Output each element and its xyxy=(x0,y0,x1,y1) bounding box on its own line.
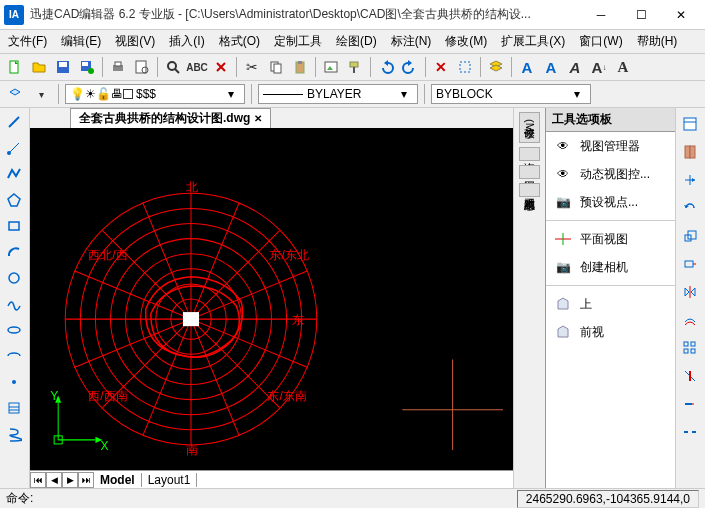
menu-dimension[interactable]: 标注(N) xyxy=(391,32,432,51)
close-button[interactable]: ✕ xyxy=(661,1,701,29)
layout-tabs: ⏮ ◀ ▶ ⏭ Model Layout1 xyxy=(30,470,513,488)
command-prompt[interactable]: 命令: xyxy=(6,490,517,507)
properties-icon[interactable] xyxy=(678,112,702,136)
svg-rect-13 xyxy=(274,64,281,73)
maximize-button[interactable]: ☐ xyxy=(621,1,661,29)
menu-view[interactable]: 视图(V) xyxy=(115,32,155,51)
menu-draw[interactable]: 绘图(D) xyxy=(336,32,377,51)
ray-icon[interactable] xyxy=(2,136,26,160)
save-icon[interactable] xyxy=(52,56,74,78)
circle-icon[interactable] xyxy=(2,266,26,290)
preview-icon[interactable] xyxy=(131,56,153,78)
lineweight-selector[interactable]: BYBLOCK ▾ xyxy=(431,84,591,104)
find-icon[interactable] xyxy=(162,56,184,78)
saveas-icon[interactable] xyxy=(76,56,98,78)
polygon-icon[interactable] xyxy=(2,188,26,212)
move-icon[interactable] xyxy=(678,168,702,192)
cut-icon[interactable]: ✂ xyxy=(241,56,263,78)
last-icon[interactable]: ⏭ xyxy=(78,472,94,488)
ellipsearc-icon[interactable] xyxy=(2,344,26,368)
polyline-icon[interactable] xyxy=(2,162,26,186)
drawing-area: 全套古典拱桥的结构设计图.dwg ✕ 北 南 xyxy=(30,108,513,488)
text-a4-icon[interactable]: A↓ xyxy=(588,56,610,78)
side-tab-view[interactable]: 视图 xyxy=(519,165,540,179)
layers-icon[interactable] xyxy=(485,56,507,78)
side-tab-inquiry[interactable]: 查询 xyxy=(519,147,540,161)
menu-customtools[interactable]: 定制工具 xyxy=(274,32,322,51)
mirror-icon[interactable] xyxy=(678,280,702,304)
point-icon[interactable] xyxy=(2,370,26,394)
open-icon[interactable] xyxy=(28,56,50,78)
menu-insert[interactable]: 插入(I) xyxy=(169,32,204,51)
stretch-icon[interactable] xyxy=(678,252,702,276)
selectall-icon[interactable] xyxy=(454,56,476,78)
paint-icon[interactable] xyxy=(344,56,366,78)
viewport[interactable]: 北 南 西北/西 东/东北 西/西南 东/东南 东 X Y xyxy=(30,128,513,470)
menu-file[interactable]: 文件(F) xyxy=(8,32,47,51)
prev-icon[interactable]: ◀ xyxy=(46,472,62,488)
camera-icon: 📷 xyxy=(552,258,574,276)
menu-format[interactable]: 格式(O) xyxy=(219,32,260,51)
next-icon[interactable]: ▶ xyxy=(62,472,78,488)
break-icon[interactable] xyxy=(678,420,702,444)
text-a3-icon[interactable]: A xyxy=(564,56,586,78)
eye-icon: 👁 xyxy=(552,137,574,155)
array-icon[interactable] xyxy=(678,336,702,360)
print-icon[interactable] xyxy=(107,56,129,78)
menu-modify[interactable]: 修改(M) xyxy=(445,32,487,51)
palette-item[interactable]: 👁动态视图控... xyxy=(546,160,675,188)
layerstate-icon[interactable] xyxy=(4,83,26,105)
offset-icon[interactable] xyxy=(678,308,702,332)
copy-icon[interactable] xyxy=(265,56,287,78)
palette-item[interactable]: 👁视图管理器 xyxy=(546,132,675,160)
palette-item[interactable]: 平面视图 xyxy=(546,225,675,253)
close-tab-icon[interactable]: ✕ xyxy=(254,113,262,124)
extend-icon[interactable] xyxy=(678,392,702,416)
menu-window[interactable]: 窗口(W) xyxy=(579,32,622,51)
arc-icon[interactable] xyxy=(2,240,26,264)
document-tab[interactable]: 全套古典拱桥的结构设计图.dwg ✕ xyxy=(70,108,271,128)
image-icon[interactable] xyxy=(320,56,342,78)
spell-icon[interactable]: ABC xyxy=(186,56,208,78)
titlebar: IA 迅捷CAD编辑器 6.2 专业版 - [C:\Users\Administ… xyxy=(0,0,705,30)
first-icon[interactable]: ⏮ xyxy=(30,472,46,488)
text-a2-icon[interactable]: A xyxy=(540,56,562,78)
linetype-selector[interactable]: BYLAYER ▾ xyxy=(258,84,418,104)
palette-icon[interactable] xyxy=(678,140,702,164)
palette-item[interactable]: 📷预设视点... xyxy=(546,188,675,216)
menu-help[interactable]: 帮助(H) xyxy=(637,32,678,51)
trim-icon[interactable] xyxy=(678,364,702,388)
layerprev-icon[interactable]: ▾ xyxy=(30,83,52,105)
scale-icon[interactable] xyxy=(678,224,702,248)
rotate-icon[interactable] xyxy=(678,196,702,220)
helix-icon[interactable] xyxy=(2,422,26,446)
text-a5-icon[interactable]: A xyxy=(612,56,634,78)
paste-icon[interactable] xyxy=(289,56,311,78)
layout-tab-1[interactable]: Layout1 xyxy=(142,473,198,487)
side-tab-modify[interactable]: 修改(M) xyxy=(519,112,540,143)
side-tab-3dorbit[interactable]: 三维动态观察 xyxy=(519,183,540,197)
redo-icon[interactable] xyxy=(399,56,421,78)
new-icon[interactable] xyxy=(4,56,26,78)
undo-icon[interactable] xyxy=(375,56,397,78)
menu-edit[interactable]: 编辑(E) xyxy=(61,32,101,51)
layer-selector[interactable]: 💡 ☀ 🔓 🖶 $$$ ▾ xyxy=(65,84,245,104)
cube-front-icon xyxy=(552,323,574,341)
palette-item[interactable]: 上 xyxy=(546,290,675,318)
svg-text:北: 北 xyxy=(186,180,198,194)
svg-rect-90 xyxy=(691,342,695,346)
svg-text:西/西南: 西/西南 xyxy=(88,389,127,403)
menu-ext[interactable]: 扩展工具(X) xyxy=(501,32,565,51)
layout-tab-model[interactable]: Model xyxy=(94,473,142,487)
palette-item[interactable]: 前视 xyxy=(546,318,675,346)
minimize-button[interactable]: ─ xyxy=(581,1,621,29)
palette-item[interactable]: 📷创建相机 xyxy=(546,253,675,281)
purge-icon[interactable] xyxy=(210,56,232,78)
hatch-icon[interactable] xyxy=(2,396,26,420)
text-a1-icon[interactable]: A xyxy=(516,56,538,78)
delete-icon[interactable]: ✕ xyxy=(430,56,452,78)
ellipse-icon[interactable] xyxy=(2,318,26,342)
spline-icon[interactable] xyxy=(2,292,26,316)
rectangle-icon[interactable] xyxy=(2,214,26,238)
line-icon[interactable] xyxy=(2,110,26,134)
